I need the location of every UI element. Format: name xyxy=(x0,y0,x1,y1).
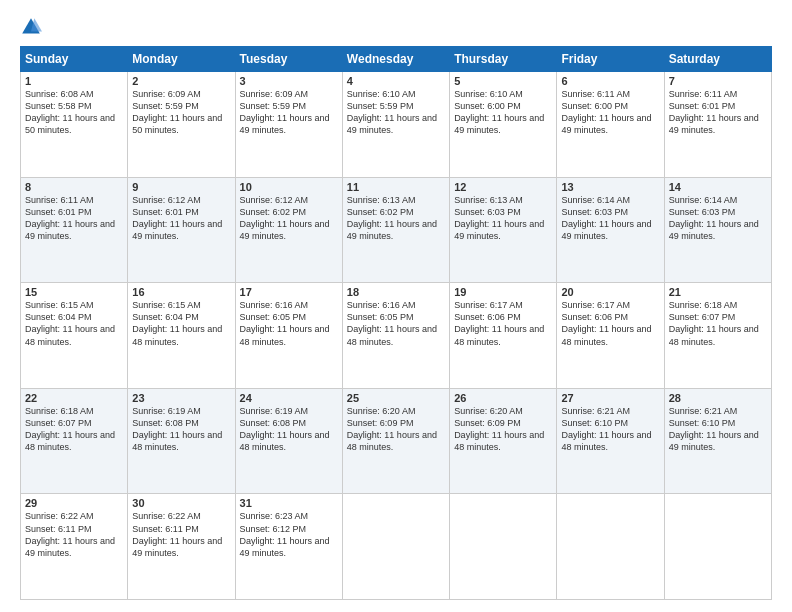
day-number: 11 xyxy=(347,181,445,193)
week-row-1: 1 Sunrise: 6:08 AMSunset: 5:58 PMDayligh… xyxy=(21,72,772,178)
day-info: Sunrise: 6:12 AMSunset: 6:02 PMDaylight:… xyxy=(240,195,330,241)
day-info: Sunrise: 6:21 AMSunset: 6:10 PMDaylight:… xyxy=(561,406,651,452)
logo xyxy=(20,16,44,38)
week-row-3: 15 Sunrise: 6:15 AMSunset: 6:04 PMDaylig… xyxy=(21,283,772,389)
calendar-cell: 12 Sunrise: 6:13 AMSunset: 6:03 PMDaylig… xyxy=(450,177,557,283)
calendar-table: SundayMondayTuesdayWednesdayThursdayFrid… xyxy=(20,46,772,600)
day-info: Sunrise: 6:18 AMSunset: 6:07 PMDaylight:… xyxy=(25,406,115,452)
calendar-cell: 24 Sunrise: 6:19 AMSunset: 6:08 PMDaylig… xyxy=(235,388,342,494)
calendar-cell: 25 Sunrise: 6:20 AMSunset: 6:09 PMDaylig… xyxy=(342,388,449,494)
day-info: Sunrise: 6:08 AMSunset: 5:58 PMDaylight:… xyxy=(25,89,115,135)
day-info: Sunrise: 6:16 AMSunset: 6:05 PMDaylight:… xyxy=(240,300,330,346)
day-number: 24 xyxy=(240,392,338,404)
day-number: 14 xyxy=(669,181,767,193)
day-number: 5 xyxy=(454,75,552,87)
day-info: Sunrise: 6:11 AMSunset: 6:00 PMDaylight:… xyxy=(561,89,651,135)
day-header-monday: Monday xyxy=(128,47,235,72)
calendar-cell xyxy=(450,494,557,600)
calendar-cell: 29 Sunrise: 6:22 AMSunset: 6:11 PMDaylig… xyxy=(21,494,128,600)
day-number: 28 xyxy=(669,392,767,404)
header xyxy=(20,16,772,38)
day-info: Sunrise: 6:10 AMSunset: 5:59 PMDaylight:… xyxy=(347,89,437,135)
day-number: 7 xyxy=(669,75,767,87)
day-info: Sunrise: 6:10 AMSunset: 6:00 PMDaylight:… xyxy=(454,89,544,135)
calendar-cell xyxy=(342,494,449,600)
day-number: 10 xyxy=(240,181,338,193)
calendar-cell: 6 Sunrise: 6:11 AMSunset: 6:00 PMDayligh… xyxy=(557,72,664,178)
calendar-cell xyxy=(664,494,771,600)
day-number: 23 xyxy=(132,392,230,404)
calendar-cell: 26 Sunrise: 6:20 AMSunset: 6:09 PMDaylig… xyxy=(450,388,557,494)
day-number: 29 xyxy=(25,497,123,509)
calendar-cell: 1 Sunrise: 6:08 AMSunset: 5:58 PMDayligh… xyxy=(21,72,128,178)
day-info: Sunrise: 6:11 AMSunset: 6:01 PMDaylight:… xyxy=(25,195,115,241)
calendar-cell: 10 Sunrise: 6:12 AMSunset: 6:02 PMDaylig… xyxy=(235,177,342,283)
day-info: Sunrise: 6:23 AMSunset: 6:12 PMDaylight:… xyxy=(240,511,330,557)
day-info: Sunrise: 6:13 AMSunset: 6:03 PMDaylight:… xyxy=(454,195,544,241)
day-number: 30 xyxy=(132,497,230,509)
calendar-cell: 11 Sunrise: 6:13 AMSunset: 6:02 PMDaylig… xyxy=(342,177,449,283)
day-info: Sunrise: 6:11 AMSunset: 6:01 PMDaylight:… xyxy=(669,89,759,135)
week-row-4: 22 Sunrise: 6:18 AMSunset: 6:07 PMDaylig… xyxy=(21,388,772,494)
calendar-cell: 9 Sunrise: 6:12 AMSunset: 6:01 PMDayligh… xyxy=(128,177,235,283)
day-info: Sunrise: 6:20 AMSunset: 6:09 PMDaylight:… xyxy=(347,406,437,452)
day-number: 16 xyxy=(132,286,230,298)
calendar-cell: 22 Sunrise: 6:18 AMSunset: 6:07 PMDaylig… xyxy=(21,388,128,494)
week-row-5: 29 Sunrise: 6:22 AMSunset: 6:11 PMDaylig… xyxy=(21,494,772,600)
day-info: Sunrise: 6:21 AMSunset: 6:10 PMDaylight:… xyxy=(669,406,759,452)
day-header-saturday: Saturday xyxy=(664,47,771,72)
day-info: Sunrise: 6:22 AMSunset: 6:11 PMDaylight:… xyxy=(132,511,222,557)
day-info: Sunrise: 6:15 AMSunset: 6:04 PMDaylight:… xyxy=(25,300,115,346)
day-number: 6 xyxy=(561,75,659,87)
days-header-row: SundayMondayTuesdayWednesdayThursdayFrid… xyxy=(21,47,772,72)
day-number: 1 xyxy=(25,75,123,87)
day-info: Sunrise: 6:19 AMSunset: 6:08 PMDaylight:… xyxy=(132,406,222,452)
calendar-cell: 8 Sunrise: 6:11 AMSunset: 6:01 PMDayligh… xyxy=(21,177,128,283)
calendar-cell: 16 Sunrise: 6:15 AMSunset: 6:04 PMDaylig… xyxy=(128,283,235,389)
day-number: 27 xyxy=(561,392,659,404)
calendar-cell: 4 Sunrise: 6:10 AMSunset: 5:59 PMDayligh… xyxy=(342,72,449,178)
day-number: 12 xyxy=(454,181,552,193)
calendar-cell: 31 Sunrise: 6:23 AMSunset: 6:12 PMDaylig… xyxy=(235,494,342,600)
calendar-cell xyxy=(557,494,664,600)
day-info: Sunrise: 6:17 AMSunset: 6:06 PMDaylight:… xyxy=(454,300,544,346)
calendar-cell: 27 Sunrise: 6:21 AMSunset: 6:10 PMDaylig… xyxy=(557,388,664,494)
day-number: 22 xyxy=(25,392,123,404)
day-number: 21 xyxy=(669,286,767,298)
day-number: 19 xyxy=(454,286,552,298)
calendar-cell: 18 Sunrise: 6:16 AMSunset: 6:05 PMDaylig… xyxy=(342,283,449,389)
calendar-cell: 15 Sunrise: 6:15 AMSunset: 6:04 PMDaylig… xyxy=(21,283,128,389)
day-number: 8 xyxy=(25,181,123,193)
day-number: 25 xyxy=(347,392,445,404)
day-header-thursday: Thursday xyxy=(450,47,557,72)
calendar-cell: 30 Sunrise: 6:22 AMSunset: 6:11 PMDaylig… xyxy=(128,494,235,600)
day-header-wednesday: Wednesday xyxy=(342,47,449,72)
day-header-sunday: Sunday xyxy=(21,47,128,72)
day-header-tuesday: Tuesday xyxy=(235,47,342,72)
day-info: Sunrise: 6:22 AMSunset: 6:11 PMDaylight:… xyxy=(25,511,115,557)
day-info: Sunrise: 6:13 AMSunset: 6:02 PMDaylight:… xyxy=(347,195,437,241)
day-number: 26 xyxy=(454,392,552,404)
calendar-cell: 3 Sunrise: 6:09 AMSunset: 5:59 PMDayligh… xyxy=(235,72,342,178)
day-number: 17 xyxy=(240,286,338,298)
day-info: Sunrise: 6:14 AMSunset: 6:03 PMDaylight:… xyxy=(561,195,651,241)
day-number: 31 xyxy=(240,497,338,509)
day-number: 2 xyxy=(132,75,230,87)
calendar-cell: 7 Sunrise: 6:11 AMSunset: 6:01 PMDayligh… xyxy=(664,72,771,178)
calendar-cell: 14 Sunrise: 6:14 AMSunset: 6:03 PMDaylig… xyxy=(664,177,771,283)
calendar-cell: 2 Sunrise: 6:09 AMSunset: 5:59 PMDayligh… xyxy=(128,72,235,178)
day-info: Sunrise: 6:18 AMSunset: 6:07 PMDaylight:… xyxy=(669,300,759,346)
day-info: Sunrise: 6:19 AMSunset: 6:08 PMDaylight:… xyxy=(240,406,330,452)
calendar-cell: 13 Sunrise: 6:14 AMSunset: 6:03 PMDaylig… xyxy=(557,177,664,283)
day-number: 20 xyxy=(561,286,659,298)
day-info: Sunrise: 6:15 AMSunset: 6:04 PMDaylight:… xyxy=(132,300,222,346)
calendar-cell: 5 Sunrise: 6:10 AMSunset: 6:00 PMDayligh… xyxy=(450,72,557,178)
day-info: Sunrise: 6:09 AMSunset: 5:59 PMDaylight:… xyxy=(240,89,330,135)
calendar-cell: 23 Sunrise: 6:19 AMSunset: 6:08 PMDaylig… xyxy=(128,388,235,494)
day-number: 4 xyxy=(347,75,445,87)
logo-icon xyxy=(20,16,42,38)
svg-marker-1 xyxy=(31,18,42,31)
day-number: 3 xyxy=(240,75,338,87)
day-number: 15 xyxy=(25,286,123,298)
day-header-friday: Friday xyxy=(557,47,664,72)
